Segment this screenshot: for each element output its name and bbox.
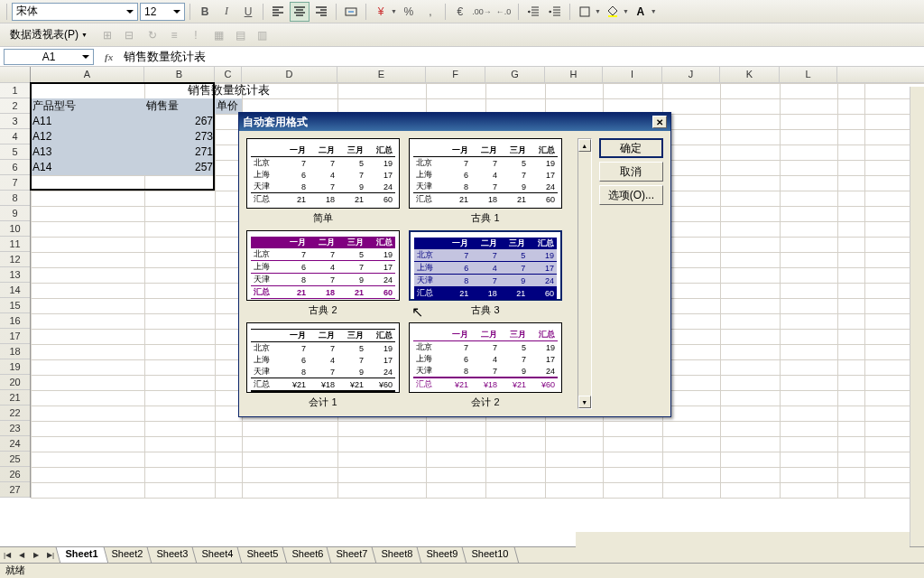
align-center-button[interactable] <box>290 2 310 22</box>
dialog-close-button[interactable]: ✕ <box>652 116 667 128</box>
ok-button[interactable]: 确定 <box>599 138 663 158</box>
row-header-4[interactable]: 4 <box>0 129 30 144</box>
currency-button[interactable]: ¥ <box>371 2 391 22</box>
decrease-indent-button[interactable] <box>523 2 543 22</box>
bold-button[interactable]: B <box>195 2 215 22</box>
sheet-tab-Sheet2[interactable]: Sheet2 <box>102 547 154 564</box>
sheet-tab-Sheet7[interactable]: Sheet7 <box>327 547 379 564</box>
fx-icon[interactable]: fx <box>105 51 113 62</box>
row-header-22[interactable]: 22 <box>0 406 30 421</box>
tab-prev-button[interactable]: ◀ <box>14 548 29 563</box>
pivot-btn-3[interactable]: ↻ <box>143 25 162 45</box>
row-header-16[interactable]: 16 <box>0 313 30 329</box>
row-header-18[interactable]: 18 <box>0 344 30 359</box>
comma-button[interactable]: , <box>420 2 440 22</box>
cell-A3[interactable]: A11 <box>31 114 144 129</box>
title-cell[interactable]: 销售数量统计表 <box>31 83 426 98</box>
column-header-F[interactable]: F <box>426 67 485 82</box>
sheet-tab-Sheet3[interactable]: Sheet3 <box>147 547 199 564</box>
sheet-tab-Sheet8[interactable]: Sheet8 <box>372 547 424 564</box>
align-left-button[interactable] <box>268 2 288 22</box>
row-header-12[interactable]: 12 <box>0 252 30 267</box>
pivot-btn-1[interactable]: ⊞ <box>97 25 117 45</box>
cell-B3[interactable]: 267 <box>144 114 215 129</box>
font-size-select[interactable]: 12 <box>140 3 185 21</box>
sheet-tab-Sheet5[interactable]: Sheet5 <box>236 547 289 564</box>
increase-indent-button[interactable] <box>545 2 565 22</box>
row-header-23[interactable]: 23 <box>0 421 30 436</box>
column-header-C[interactable]: C <box>215 67 242 82</box>
column-header-L[interactable]: L <box>780 67 837 82</box>
font-name-select[interactable]: 宋体 <box>12 3 138 21</box>
row-header-25[interactable]: 25 <box>0 452 30 467</box>
row-header-17[interactable]: 17 <box>0 329 30 344</box>
column-header-I[interactable]: I <box>603 67 662 82</box>
align-right-button[interactable] <box>311 2 331 22</box>
scroll-down-button[interactable]: ▼ <box>578 396 591 408</box>
decrease-decimal-button[interactable]: ←.0 <box>494 2 513 22</box>
sheet-tab-Sheet4[interactable]: Sheet4 <box>191 547 244 564</box>
column-header-B[interactable]: B <box>144 67 215 82</box>
increase-decimal-button[interactable]: .00→ <box>472 2 492 22</box>
cell-B6[interactable]: 257 <box>144 160 215 175</box>
row-header-7[interactable]: 7 <box>0 175 30 191</box>
sheet-tab-Sheet10[interactable]: Sheet10 <box>462 547 520 564</box>
merge-cells-button[interactable] <box>341 2 361 22</box>
row-header-11[interactable]: 11 <box>0 237 30 252</box>
row-header-5[interactable]: 5 <box>0 144 30 160</box>
row-header-19[interactable]: 19 <box>0 359 30 375</box>
format-preview-0[interactable]: 一月二月三月汇总北京77519上海64717天津87924汇总21182160 <box>246 138 400 209</box>
format-preview-5[interactable]: 一月二月三月汇总北京77519上海64717天津87924汇总¥21¥18¥21… <box>409 322 562 393</box>
pivot-btn-5[interactable]: ! <box>186 25 206 45</box>
borders-button[interactable] <box>575 2 595 22</box>
cell-A6[interactable]: A14 <box>31 160 144 175</box>
row-header-26[interactable]: 26 <box>0 467 30 482</box>
pivot-btn-8[interactable]: ▥ <box>253 25 273 45</box>
column-header-D[interactable]: D <box>242 67 337 82</box>
percent-button[interactable]: % <box>399 2 419 22</box>
row-header-14[interactable]: 14 <box>0 283 30 298</box>
format-preview-2[interactable]: 一月二月三月汇总北京77519上海64717天津87924汇总21182160 <box>246 230 400 301</box>
sheet-tab-Sheet1[interactable]: Sheet1 <box>56 547 109 564</box>
column-header-E[interactable]: E <box>337 67 426 82</box>
row-header-8[interactable]: 8 <box>0 191 30 206</box>
cell-A2[interactable]: 产品型号 <box>31 98 144 114</box>
column-header-H[interactable]: H <box>545 67 603 82</box>
cell-B2[interactable]: 销售量 <box>144 98 215 114</box>
italic-button[interactable]: I <box>217 2 236 22</box>
name-box[interactable]: A1 <box>4 49 94 65</box>
row-header-2[interactable]: 2 <box>0 98 30 114</box>
pivot-btn-2[interactable]: ⊟ <box>119 25 139 45</box>
pivot-btn-7[interactable]: ▤ <box>231 25 251 45</box>
row-header-13[interactable]: 13 <box>0 267 30 283</box>
cell-B4[interactable]: 273 <box>144 129 215 144</box>
tab-first-button[interactable]: |◀ <box>0 548 14 563</box>
row-header-9[interactable]: 9 <box>0 206 30 221</box>
cell-A4[interactable]: A12 <box>31 129 144 144</box>
pivot-menu-button[interactable]: 数据透视表(P) ▼ <box>4 26 94 44</box>
format-preview-4[interactable]: 一月二月三月汇总北京77519上海64717天津87924汇总¥21¥18¥21… <box>246 322 400 393</box>
row-header-3[interactable]: 3 <box>0 114 30 129</box>
format-preview-3[interactable]: 一月二月三月汇总北京77519上海64717天津87924汇总21182160 <box>409 230 562 301</box>
row-header-21[interactable]: 21 <box>0 390 30 406</box>
pivot-btn-6[interactable]: ▦ <box>209 25 229 45</box>
horizontal-scrollbar[interactable] <box>576 532 910 547</box>
underline-button[interactable]: U <box>238 2 258 22</box>
row-header-24[interactable]: 24 <box>0 436 30 452</box>
select-all-corner[interactable] <box>0 67 31 82</box>
column-header-A[interactable]: A <box>31 67 144 82</box>
cell-B5[interactable]: 271 <box>144 144 215 160</box>
pivot-btn-4[interactable]: ≡ <box>164 25 184 45</box>
preview-scrollbar[interactable]: ▲ ▼ <box>578 138 592 409</box>
sheet-tab-Sheet9[interactable]: Sheet9 <box>417 547 469 564</box>
cell-A5[interactable]: A13 <box>31 144 144 160</box>
column-header-G[interactable]: G <box>485 67 545 82</box>
euro-button[interactable]: € <box>450 2 470 22</box>
row-header-20[interactable]: 20 <box>0 375 30 390</box>
formula-input[interactable] <box>120 49 924 65</box>
format-preview-1[interactable]: 一月二月三月汇总北京77519上海64717天津87924汇总21182160 <box>409 138 562 209</box>
column-header-K[interactable]: K <box>720 67 780 82</box>
row-header-15[interactable]: 15 <box>0 298 30 313</box>
row-header-6[interactable]: 6 <box>0 160 30 175</box>
column-header-J[interactable]: J <box>662 67 720 82</box>
